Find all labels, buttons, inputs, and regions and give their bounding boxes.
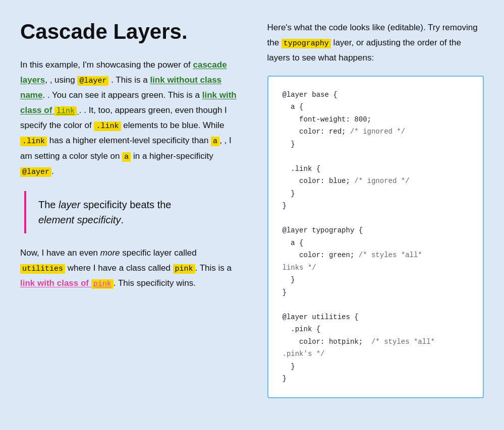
- intro-text-6: elements to be blue. While: [123, 120, 224, 130]
- page-layout: Cascade Layers. In this example, I'm sho…: [20, 20, 484, 398]
- code-layer-base: @layer base { a { font-weight: 800; colo…: [283, 91, 435, 383]
- intro-text-4: . You can see it appears green. This is …: [47, 90, 200, 100]
- a-badge-2: a: [122, 152, 131, 162]
- at-layer-badge: @layer: [77, 76, 108, 86]
- utilities-badge: utilities: [20, 264, 65, 274]
- dot-link-badge-1: .link: [94, 121, 121, 131]
- pink-badge-2: pink: [91, 279, 114, 289]
- second-paragraph: Now, I have an even more specific layer …: [20, 245, 237, 291]
- a-badge-1: a: [211, 137, 219, 146]
- typography-badge: typography: [282, 39, 331, 48]
- layer-emphasis: layer: [59, 199, 80, 210]
- intro-text-9: in a higher-specificity: [133, 151, 213, 161]
- right-intro-text: Here's what the code looks like (editabl…: [267, 20, 484, 66]
- blockquote: The layer specificity beats the element …: [24, 191, 237, 233]
- dot-link-badge-2: .link: [20, 137, 47, 146]
- intro-text-2: , using: [50, 75, 75, 85]
- blockquote-text: The layer specificity beats the element …: [38, 197, 237, 227]
- link-pink[interactable]: link with class of pink: [20, 278, 114, 288]
- link-badge: link: [54, 106, 77, 116]
- right-column: Here's what the code looks like (editabl…: [267, 20, 484, 398]
- more-emphasis: more: [100, 248, 120, 258]
- intro-text-3: . This is a: [111, 75, 147, 85]
- intro-text-7: has a higher element-level specificity t…: [49, 136, 209, 145]
- intro-paragraph: In this example, I'm showcasing the powe…: [20, 57, 237, 179]
- element-specificity-emphasis: element specificity: [38, 214, 121, 225]
- intro-text-1: In this example, I'm showcasing the powe…: [20, 60, 191, 70]
- page-title: Cascade Layers.: [20, 20, 237, 43]
- left-column: Cascade Layers. In this example, I'm sho…: [20, 20, 237, 398]
- at-layer-badge-2: @layer: [20, 167, 51, 177]
- pink-badge: pink: [173, 264, 195, 274]
- code-editor[interactable]: @layer base { a { font-weight: 800; colo…: [267, 76, 484, 398]
